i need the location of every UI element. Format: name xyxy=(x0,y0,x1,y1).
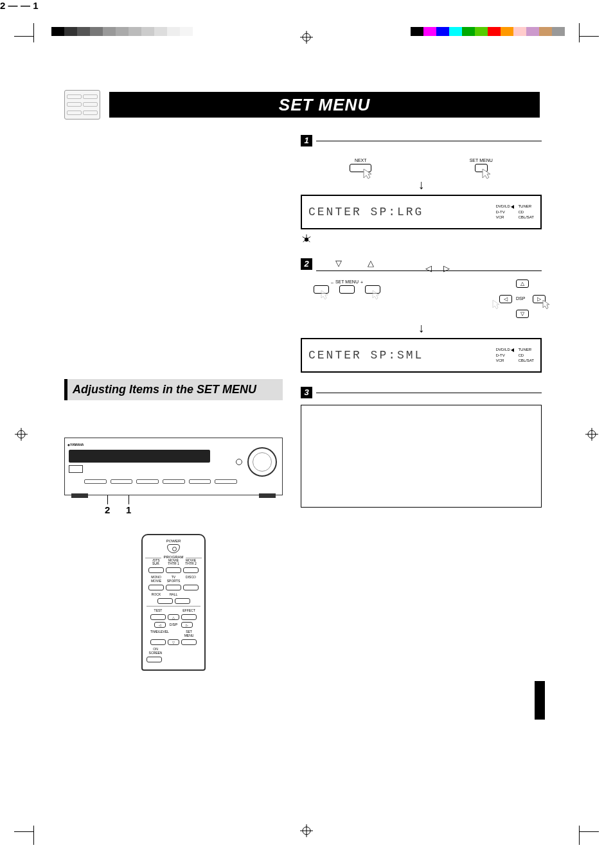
triangle-left-icon xyxy=(511,348,514,352)
tab-marker xyxy=(535,681,545,720)
remote-callout-2: 2 — xyxy=(0,0,18,11)
hue-colorbar xyxy=(411,27,565,36)
setmenu-label: SET MENU xyxy=(335,279,359,284)
remote-illustration: POWER PROGRAM /DTS SUR. MOVIE THTR 1 MOV… xyxy=(141,534,206,671)
step-number: 3 xyxy=(301,387,312,398)
step-2: 2 ▽ △ ◁ ▷ xyxy=(301,258,542,273)
dsp-label: DSP xyxy=(516,296,525,301)
setmenu-button-illustration: SET MENU xyxy=(470,158,493,172)
pointer-icon xyxy=(492,299,503,310)
down-arrow-icon: ↓ xyxy=(301,321,542,335)
setmenu-button-illustration-2: SET MENU xyxy=(335,279,359,294)
page-title: SET MENU xyxy=(109,92,540,118)
svg-line-13 xyxy=(303,236,306,238)
triangle-left-icon xyxy=(511,205,514,209)
page-title-text: SET MENU xyxy=(279,95,370,115)
pointer-icon xyxy=(320,289,332,301)
registration-mark-icon xyxy=(585,428,598,441)
receiver-callout-2: 2 xyxy=(105,504,110,515)
minus-button-illustration xyxy=(314,285,329,294)
empty-box xyxy=(301,405,542,508)
plus-label: + xyxy=(360,280,363,285)
down-arrow-icon: ↓ xyxy=(301,177,542,192)
menu-icon xyxy=(64,90,100,120)
power-button-icon xyxy=(167,544,180,553)
step-number: 2 xyxy=(301,258,312,270)
dpad-illustration: △ ▽ ◁ ▷ DSP xyxy=(503,279,542,318)
dpad-down-icon: ▽ xyxy=(516,310,529,318)
grayscale-colorbar xyxy=(51,27,206,36)
pointer-icon xyxy=(481,168,494,181)
receiver-callout-1: 1 xyxy=(126,504,131,515)
setmenu-label: SET MENU xyxy=(470,158,493,163)
step-1: 1 xyxy=(301,135,542,146)
minus-label: – xyxy=(331,280,333,285)
plus-button-illustration xyxy=(365,285,380,294)
step-number: 1 xyxy=(301,135,312,146)
triangle-right-icon: ▷ xyxy=(443,263,450,273)
triangle-left-icon: ◁ xyxy=(425,263,432,273)
pointer-icon xyxy=(362,168,375,181)
display-text: CENTER SP:SML xyxy=(308,349,423,362)
triangle-down-icon: ▽ xyxy=(335,258,342,268)
display-panel-1: CENTER SP:LRG DVD/LD D-TV VCR TUNER CD C… xyxy=(301,195,542,229)
display-panel-2: CENTER SP:SML DVD/LD D-TV VCR TUNER CD C… xyxy=(301,338,542,373)
dpad-up-icon: △ xyxy=(516,279,529,288)
registration-mark-icon xyxy=(15,428,28,441)
remote-power-label: POWER xyxy=(147,539,200,543)
pointer-icon xyxy=(371,289,383,301)
receiver-illustration: ◈YAMAHA xyxy=(64,438,283,495)
triangle-up-icon: △ xyxy=(368,258,374,268)
pointer-icon xyxy=(542,299,553,310)
next-button-illustration: NEXT xyxy=(350,158,371,172)
subtitle-text: Adjusting Items in the SET MENU xyxy=(73,383,256,396)
remote-program-label: PROGRAM xyxy=(161,555,185,559)
registration-mark-icon xyxy=(300,824,313,837)
next-label: NEXT xyxy=(355,158,367,163)
note-icon xyxy=(301,233,542,247)
section-subtitle: Adjusting Items in the SET MENU xyxy=(64,379,283,400)
remote-callout-1: — 1 xyxy=(21,0,39,11)
step-3: 3 xyxy=(301,387,542,398)
display-text: CENTER SP:LRG xyxy=(308,206,423,218)
svg-line-14 xyxy=(308,236,311,238)
svg-point-17 xyxy=(305,238,308,241)
